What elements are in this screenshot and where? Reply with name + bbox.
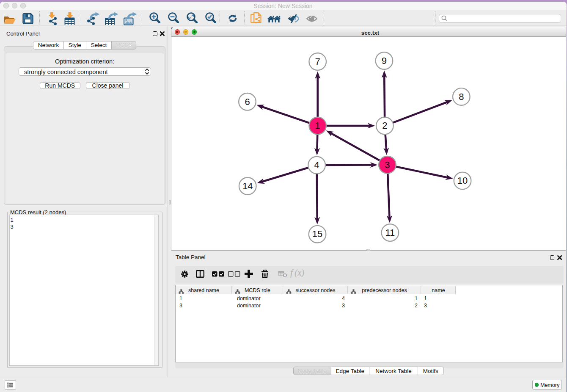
svg-text:14: 14 (242, 181, 253, 191)
svg-text:3: 3 (385, 160, 390, 170)
svg-text:15: 15 (312, 229, 322, 239)
svg-text:4: 4 (314, 160, 319, 170)
svg-text:10: 10 (457, 175, 468, 186)
svg-text:8: 8 (459, 91, 464, 102)
svg-text:9: 9 (382, 55, 387, 66)
svg-text:7: 7 (315, 56, 320, 67)
svg-text:11: 11 (385, 227, 395, 238)
svg-text:1: 1 (315, 120, 320, 131)
svg-text:6: 6 (245, 97, 250, 107)
svg-text:2: 2 (382, 120, 387, 131)
